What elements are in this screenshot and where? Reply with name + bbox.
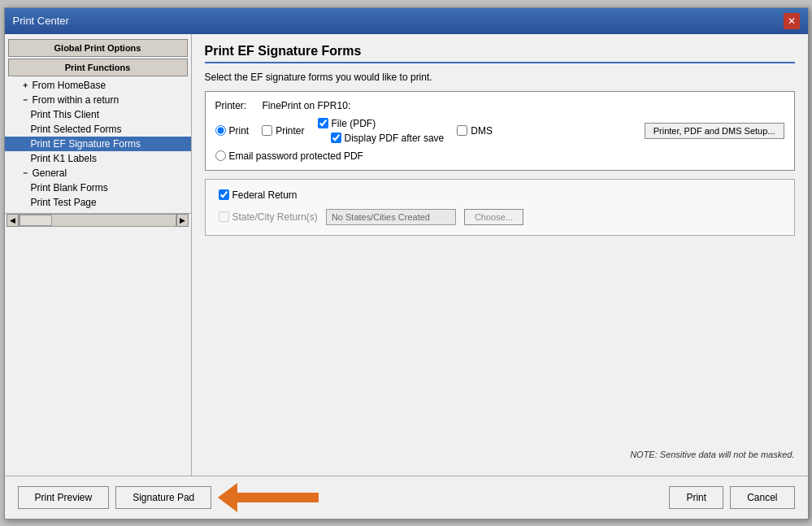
state-return-checkbox-group: State/City Return(s) bbox=[219, 211, 318, 223]
sidebar-item-print-blank-forms[interactable]: Print Blank Forms bbox=[5, 180, 191, 195]
display-pdf-checkbox-group: Display PDF after save bbox=[318, 133, 445, 144]
print-options-row: Print Printer File (PDF) bbox=[215, 118, 784, 144]
sidebar-item-from-within-return[interactable]: － From within a return bbox=[5, 93, 191, 107]
section-title: Print EF Signature Forms bbox=[205, 44, 795, 63]
choose-button[interactable]: Choose... bbox=[464, 209, 523, 225]
print-preview-button[interactable]: Print Preview bbox=[18, 486, 110, 509]
plus-icon: ＋ bbox=[21, 80, 29, 91]
printer-checkbox-group: Printer bbox=[262, 125, 304, 137]
dms-checkbox-group: DMS bbox=[457, 125, 493, 137]
file-pdf-checkbox[interactable] bbox=[318, 118, 328, 128]
sidebar: Global Print Options Print Functions ＋ F… bbox=[5, 34, 192, 476]
main-content: Print EF Signature Forms Select the EF s… bbox=[192, 34, 808, 476]
sidebar-item-label: From within a return bbox=[33, 94, 119, 106]
print-radio-label[interactable]: Print bbox=[229, 125, 250, 137]
sidebar-item-print-ef-signature-forms[interactable]: Print EF Signature Forms bbox=[5, 137, 191, 151]
dialog-title: Print Center bbox=[13, 15, 69, 27]
arrow-head bbox=[218, 483, 237, 512]
file-pdf-checkbox-group: File (PDF) bbox=[318, 118, 445, 129]
sidebar-item-print-selected-forms[interactable]: Print Selected Forms bbox=[5, 122, 191, 137]
sidebar-item-label: Print K1 Labels bbox=[31, 153, 97, 164]
email-radio-label[interactable]: Email password protected PDF bbox=[229, 150, 363, 162]
sidebar-item-label: Print This Client bbox=[31, 109, 99, 120]
state-return-label[interactable]: State/City Return(s) bbox=[232, 211, 318, 223]
state-return-checkbox[interactable] bbox=[219, 211, 229, 222]
sidebar-scrollbar[interactable]: ◀ ▶ bbox=[5, 213, 191, 228]
printer-row: Printer: FinePrint on FPR10: bbox=[215, 100, 784, 111]
cancel-button[interactable]: Cancel bbox=[730, 486, 794, 509]
dialog-body: Global Print Options Print Functions ＋ F… bbox=[5, 34, 808, 476]
printer-label: Printer: bbox=[215, 100, 256, 111]
global-print-options-header[interactable]: Global Print Options bbox=[8, 39, 188, 57]
note-text: NOTE: Sensitive data will not be masked. bbox=[630, 450, 794, 459]
display-pdf-label[interactable]: Display PDF after save bbox=[345, 133, 445, 144]
dms-label[interactable]: DMS bbox=[471, 125, 493, 137]
printer-checkbox[interactable] bbox=[262, 125, 272, 136]
printer-box: Printer: FinePrint on FPR10: Print Print… bbox=[205, 91, 795, 171]
file-options: File (PDF) Display PDF after save bbox=[318, 118, 445, 144]
scroll-right-btn[interactable]: ▶ bbox=[176, 214, 189, 227]
federal-return-label[interactable]: Federal Return bbox=[232, 189, 297, 201]
sidebar-item-label: General bbox=[33, 167, 67, 179]
scroll-track[interactable] bbox=[19, 214, 176, 227]
sidebar-item-print-this-client[interactable]: Print This Client bbox=[5, 107, 191, 122]
sidebar-item-general[interactable]: － General bbox=[5, 166, 191, 180]
sidebar-item-label: Print Blank Forms bbox=[31, 182, 108, 193]
close-button[interactable]: ✕ bbox=[784, 13, 800, 29]
sidebar-item-label: Print EF Signature Forms bbox=[31, 138, 141, 150]
dialog-titlebar: Print Center ✕ bbox=[5, 8, 808, 34]
email-radio[interactable] bbox=[215, 150, 226, 161]
minus-icon-general: － bbox=[21, 167, 29, 179]
return-selection-box: Federal Return State/City Return(s) No S… bbox=[205, 179, 795, 236]
email-row: Email password protected PDF bbox=[215, 150, 784, 162]
description-text: Select the EF signature forms you would … bbox=[205, 72, 795, 83]
print-functions-header[interactable]: Print Functions bbox=[8, 59, 188, 76]
sidebar-item-label: From HomeBase bbox=[33, 80, 106, 91]
printer-pdf-dms-setup-button[interactable]: Printer, PDF and DMS Setup... bbox=[645, 123, 784, 139]
scroll-left-btn[interactable]: ◀ bbox=[7, 214, 19, 227]
arrow-body bbox=[237, 493, 319, 502]
state-return-row: State/City Return(s) No States/Cities Cr… bbox=[219, 209, 781, 225]
sidebar-item-label: Print Test Page bbox=[31, 197, 97, 208]
print-center-dialog: Print Center ✕ Global Print Options Prin… bbox=[4, 7, 809, 519]
sidebar-item-print-test-page[interactable]: Print Test Page bbox=[5, 195, 191, 210]
arrow-indicator bbox=[218, 483, 319, 512]
state-field: No States/Cities Created bbox=[326, 209, 456, 225]
print-radio-group: Print bbox=[215, 125, 250, 137]
display-pdf-checkbox[interactable] bbox=[331, 133, 341, 143]
federal-return-checkbox[interactable] bbox=[219, 189, 229, 200]
federal-return-row: Federal Return bbox=[219, 189, 781, 201]
signature-pad-button[interactable]: Signature Pad bbox=[115, 486, 211, 509]
sidebar-item-from-homebase[interactable]: ＋ From HomeBase bbox=[5, 78, 191, 93]
sidebar-item-label: Print Selected Forms bbox=[31, 124, 122, 135]
minus-icon: － bbox=[21, 94, 29, 106]
dms-checkbox[interactable] bbox=[457, 125, 467, 136]
print-button[interactable]: Print bbox=[669, 486, 723, 509]
federal-return-checkbox-group: Federal Return bbox=[219, 189, 297, 201]
printer-checkbox-label[interactable]: Printer bbox=[276, 125, 304, 137]
dialog-title-text: Print Center bbox=[13, 15, 69, 27]
print-radio[interactable] bbox=[215, 125, 226, 136]
dialog-footer: Print Preview Signature Pad Print Cancel bbox=[5, 476, 808, 519]
note-area: NOTE: Sensitive data will not be masked. bbox=[205, 244, 795, 466]
file-pdf-label[interactable]: File (PDF) bbox=[332, 118, 376, 129]
sidebar-item-print-k1-labels[interactable]: Print K1 Labels bbox=[5, 151, 191, 166]
printer-value: FinePrint on FPR10: bbox=[263, 100, 351, 111]
scroll-thumb bbox=[20, 215, 52, 226]
